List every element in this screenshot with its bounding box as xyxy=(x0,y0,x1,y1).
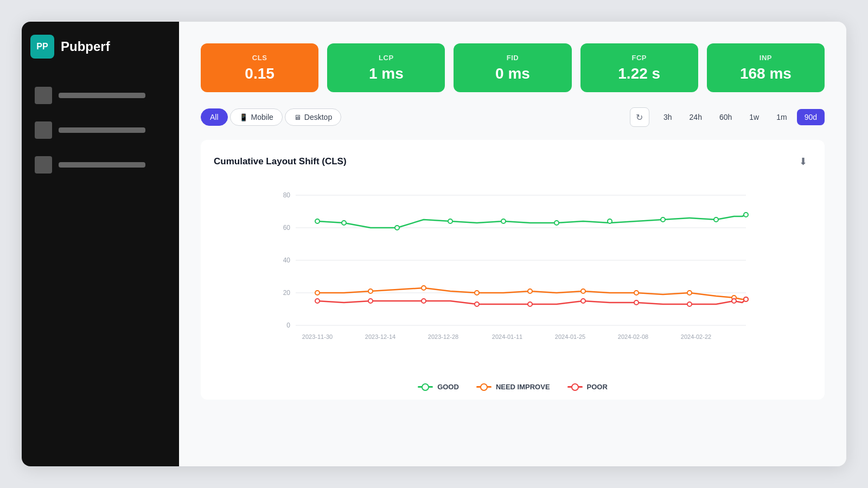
metric-value-fid: 0 ms xyxy=(495,65,530,82)
metric-label-lcp: LCP xyxy=(379,54,394,62)
svg-text:2023-11-30: 2023-11-30 xyxy=(302,333,333,340)
svg-point-29 xyxy=(422,286,426,290)
legend-poor-label: POOR xyxy=(587,383,608,391)
desktop-icon: 🖥 xyxy=(294,113,301,121)
svg-point-19 xyxy=(395,226,399,230)
svg-point-20 xyxy=(448,219,452,223)
sidebar-label-1 xyxy=(59,93,145,98)
time-1m-button[interactable]: 1m xyxy=(769,109,794,125)
svg-point-31 xyxy=(528,289,532,293)
legend-good: GOOD xyxy=(418,383,459,391)
metric-value-lcp: 1 ms xyxy=(369,65,404,82)
chart-svg: 80 60 40 20 0 2023-11-30 2023-12-14 2023… xyxy=(214,179,812,374)
svg-text:2024-02-22: 2024-02-22 xyxy=(681,333,711,340)
main-content: CLS 0.15 LCP 1 ms FID 0 ms FCP 1.22 s IN… xyxy=(179,22,846,466)
svg-text:2023-12-14: 2023-12-14 xyxy=(365,333,395,340)
svg-point-46 xyxy=(744,297,748,301)
svg-text:2023-12-28: 2023-12-28 xyxy=(428,333,458,340)
metric-label-inp: INP xyxy=(760,54,772,62)
legend-need-improve-line xyxy=(476,386,492,388)
legend-need-improve: NEED IMPROVE xyxy=(476,383,550,391)
svg-point-37 xyxy=(315,299,320,303)
svg-point-34 xyxy=(687,291,692,295)
svg-point-42 xyxy=(581,299,585,303)
chart-legend: GOOD NEED IMPROVE POOR xyxy=(214,383,812,391)
svg-text:40: 40 xyxy=(283,256,291,264)
metric-card-cls: CLS 0.15 xyxy=(201,43,318,92)
svg-point-25 xyxy=(714,217,718,222)
svg-point-26 xyxy=(744,213,748,217)
filter-desktop-button[interactable]: 🖥 Desktop xyxy=(285,108,341,126)
download-button[interactable]: ⬇ xyxy=(794,153,812,170)
svg-text:80: 80 xyxy=(283,191,291,199)
time-filter-group: ↻ 3h 24h 60h 1w 1m 90d xyxy=(630,107,825,127)
svg-text:2024-01-11: 2024-01-11 xyxy=(492,333,522,340)
legend-poor: POOR xyxy=(567,383,608,391)
svg-point-39 xyxy=(422,299,426,303)
svg-point-24 xyxy=(661,217,665,222)
time-24h-button[interactable]: 24h xyxy=(682,109,710,125)
svg-point-30 xyxy=(475,291,479,295)
chart-header: Cumulative Layout Shift (CLS) ⬇ xyxy=(214,153,812,170)
svg-point-41 xyxy=(528,302,532,306)
time-3h-button[interactable]: 3h xyxy=(656,109,680,125)
sidebar-icon-2 xyxy=(35,121,52,139)
sidebar-label-3 xyxy=(59,162,145,168)
app-container: PP Pubperf CLS 0.15 LCP 1 ms xyxy=(22,22,846,466)
legend-good-line xyxy=(418,386,433,388)
sidebar-icon-1 xyxy=(35,87,52,104)
sidebar-label-2 xyxy=(59,127,145,133)
logo-name: Pubperf xyxy=(61,39,110,54)
metrics-row: CLS 0.15 LCP 1 ms FID 0 ms FCP 1.22 s IN… xyxy=(201,43,825,92)
metric-card-fid: FID 0 ms xyxy=(454,43,571,92)
sidebar-item-1[interactable] xyxy=(30,80,170,111)
legend-poor-line xyxy=(567,386,583,388)
device-filter-group: All 📱 Mobile 🖥 Desktop xyxy=(201,108,341,126)
sidebar-icon-3 xyxy=(35,156,52,174)
svg-point-38 xyxy=(368,299,373,303)
chart-container: Cumulative Layout Shift (CLS) ⬇ 80 60 40… xyxy=(201,140,825,400)
svg-text:60: 60 xyxy=(283,224,291,232)
chart-title: Cumulative Layout Shift (CLS) xyxy=(214,156,347,167)
svg-point-44 xyxy=(687,302,692,306)
svg-text:20: 20 xyxy=(283,289,291,297)
svg-point-45 xyxy=(732,299,736,303)
svg-point-23 xyxy=(608,219,612,223)
metric-label-cls: CLS xyxy=(252,54,267,62)
svg-point-28 xyxy=(368,289,373,293)
svg-point-43 xyxy=(634,300,639,305)
sidebar-logo: PP Pubperf xyxy=(30,35,170,59)
filters-row: All 📱 Mobile 🖥 Desktop ↻ 3h 24h 60h 1w 1… xyxy=(201,107,825,127)
svg-point-18 xyxy=(342,221,346,225)
time-1w-button[interactable]: 1w xyxy=(742,109,767,125)
sidebar-item-2[interactable] xyxy=(30,115,170,145)
refresh-button[interactable]: ↻ xyxy=(630,107,649,127)
time-60h-button[interactable]: 60h xyxy=(712,109,739,125)
svg-text:0: 0 xyxy=(286,322,290,329)
svg-text:2024-02-08: 2024-02-08 xyxy=(618,333,648,340)
svg-point-33 xyxy=(634,291,639,295)
chart-svg-wrapper: 80 60 40 20 0 2023-11-30 2023-12-14 2023… xyxy=(214,179,812,376)
svg-point-32 xyxy=(581,289,585,293)
metric-card-inp: INP 168 ms xyxy=(707,43,825,92)
sidebar: PP Pubperf xyxy=(22,22,179,466)
metric-value-cls: 0.15 xyxy=(245,65,275,82)
svg-point-22 xyxy=(554,221,559,225)
metric-card-lcp: LCP 1 ms xyxy=(327,43,445,92)
mobile-icon: 📱 xyxy=(239,113,248,121)
metric-label-fcp: FCP xyxy=(631,54,647,62)
sidebar-item-3[interactable] xyxy=(30,150,170,180)
filter-mobile-button[interactable]: 📱 Mobile xyxy=(230,108,283,126)
svg-point-27 xyxy=(315,291,320,295)
time-90d-button[interactable]: 90d xyxy=(797,109,825,125)
logo-box: PP xyxy=(30,35,54,59)
svg-point-40 xyxy=(475,302,479,306)
metric-card-fcp: FCP 1.22 s xyxy=(580,43,698,92)
metric-label-fid: FID xyxy=(507,54,519,62)
legend-need-improve-label: NEED IMPROVE xyxy=(496,383,550,391)
svg-text:2024-01-25: 2024-01-25 xyxy=(555,333,585,340)
legend-good-label: GOOD xyxy=(437,383,459,391)
metric-value-inp: 168 ms xyxy=(740,65,792,82)
svg-point-17 xyxy=(315,219,320,223)
filter-all-button[interactable]: All xyxy=(201,108,228,126)
